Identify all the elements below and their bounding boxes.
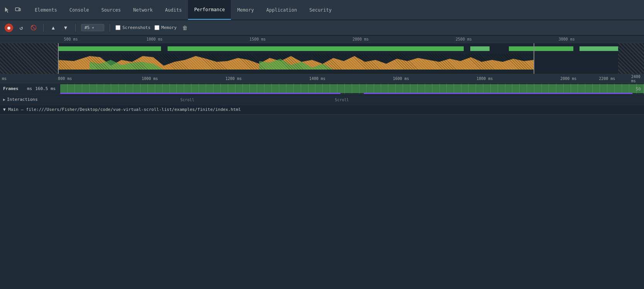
frame-tick [367,83,374,94]
profile-dropdown[interactable]: #5 ▼ [81,24,104,31]
frame-tick [133,83,141,94]
frame-tick [396,83,403,94]
frames-label: Frames [0,86,27,91]
selection-overlay[interactable] [58,43,534,74]
profile-label: #5 [85,25,90,30]
frame-tick [498,83,505,94]
frame-tick [483,83,491,94]
tz-2200: 2200 ms [599,76,615,81]
frame-tick [337,83,345,94]
frame-tick [111,83,119,94]
frame-tick [163,83,170,94]
frame-tick [381,83,388,94]
tz-800: 800 ms [58,76,72,81]
frame-tick [549,83,556,94]
upload-button[interactable]: ▲ [49,24,58,32]
nav-tabs: Elements Console Sources Network Audits … [29,0,338,20]
frame-tick [491,83,498,94]
hatch-right [618,43,644,74]
frame-tick [264,83,272,94]
memory-checkbox[interactable] [154,25,159,30]
frame-tick [410,83,418,94]
screenshots-checkbox-label[interactable]: Screenshots [115,25,151,30]
tz-1000: 1000 ms [142,76,158,81]
tab-application[interactable]: Application [260,0,303,20]
frame-tick [520,83,527,94]
frames-row: Frames ms 160.5 ms // Generate ticks inl… [0,83,644,94]
frame-tick [236,83,243,94]
frame-tick [571,83,578,94]
frame-tick [556,83,564,94]
interactions-expand[interactable]: ▶ [3,97,5,102]
frame-tick [170,83,177,94]
separator [43,24,44,32]
frame-tick [90,83,97,94]
frame-tick [279,83,286,94]
frame-tick [119,83,126,94]
trash-button[interactable]: 🗑 [182,25,188,31]
tab-security[interactable]: Security [303,0,338,20]
frame-tick [418,83,425,94]
timeline-ruler: ms 800 ms 1000 ms 1200 ms 1400 ms 1600 m… [0,74,644,83]
ruler-1000: 1000 ms [146,37,163,41]
frame-tick [461,83,469,94]
svg-rect-1 [19,8,20,11]
frame-tick [403,83,410,94]
frame-tick [585,83,593,94]
tab-console[interactable]: Console [63,0,95,20]
frame-tick [294,83,301,94]
frame-tick [315,83,323,94]
frame-tick [440,83,447,94]
interactions-label: Interactions [7,97,37,102]
memory-checkbox-label[interactable]: Memory [154,25,177,30]
frame-tick [330,83,337,94]
scroll-label-1: Scroll [180,97,194,102]
stop-button[interactable]: 🚫 [29,24,38,32]
download-button[interactable]: ▼ [61,24,70,32]
frame-tick [228,83,236,94]
frame-tick [629,83,637,94]
ruler-3000: 3000 ms [559,37,575,41]
frame-tick [527,83,534,94]
overview-tracks[interactable] [0,43,644,74]
tz-1600: 1600 ms [393,76,409,81]
top-nav: Elements Console Sources Network Audits … [0,0,644,20]
record-button[interactable]: ● [5,24,13,32]
main-title: ▼ Main — file:///Users/Fisher/Desktop/co… [3,107,241,112]
interactions-row: ▶ Interactions Scroll Scroll [0,94,644,105]
tab-memory[interactable]: Memory [231,0,260,20]
tab-performance[interactable]: Performance [188,0,231,20]
frames-bar[interactable]: // Generate ticks inline via JS after pa… [60,83,644,94]
overview-panel: 500 ms 1000 ms 1500 ms 2000 ms 2500 ms 3… [0,36,644,74]
tab-audits[interactable]: Audits [159,0,188,20]
frame-tick [68,83,75,94]
frame-tick [192,83,199,94]
frame-tick [615,83,622,94]
ruler-2500: 2500 ms [456,37,472,41]
frame-tick [600,83,607,94]
frame-tick [323,83,330,94]
frame-tick [542,83,549,94]
device-mode-icon[interactable] [14,6,22,14]
frame-tick [199,83,206,94]
main-header: ▼ Main — file:///Users/Fisher/Desktop/co… [0,105,644,114]
tab-elements[interactable]: Elements [29,0,63,20]
frame-tick [272,83,279,94]
pointer-icon[interactable] [3,6,12,14]
frame-tick [126,83,133,94]
frame-tick [607,83,615,94]
frame-tick [75,83,82,94]
frame-tick [469,83,476,94]
tz-2000: 2000 ms [560,76,576,81]
frame-tick [476,83,483,94]
separator2 [75,24,76,32]
screenshots-checkbox[interactable] [115,25,120,30]
tab-sources[interactable]: Sources [95,0,127,20]
frame-tick [155,83,163,94]
frame-tick [221,83,228,94]
frame-tick [82,83,90,94]
frame-tick [593,83,600,94]
frame-tick [534,83,542,94]
reload-button[interactable]: ↺ [17,24,25,32]
tab-network[interactable]: Network [127,0,159,20]
